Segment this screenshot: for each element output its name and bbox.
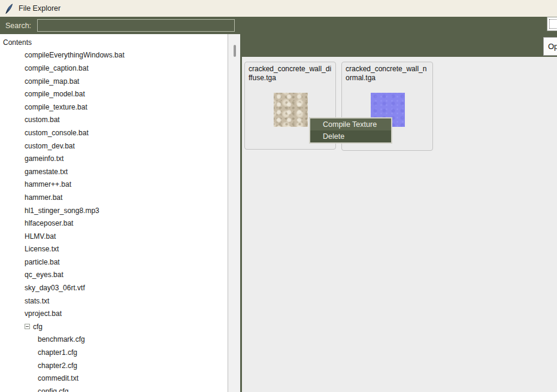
tree-item-stats-txt[interactable]: stats.txt [0, 294, 228, 308]
tree-item-label: commedit.txt [38, 374, 78, 382]
tree-item-label: sky_day03_06rt.vtf [25, 284, 85, 292]
tree-item-custom-dev-bat[interactable]: custom_dev.bat [0, 139, 228, 153]
tree-item-benchmark-cfg[interactable]: benchmark.cfg [0, 333, 228, 347]
tree-item-commedit-txt[interactable]: commedit.txt [0, 372, 228, 385]
tree-item-hl1-stinger-song8-mp3[interactable]: hl1_stinger_song8.mp3 [0, 204, 228, 217]
tree-item-label: stats.txt [25, 297, 49, 305]
tree-item-label: compile_map.bat [25, 77, 79, 86]
tree-item-label: compile_texture.bat [25, 103, 87, 111]
search-label: Search: [5, 22, 31, 30]
tree-item-hammer-bat[interactable]: hammer.bat [0, 191, 228, 204]
window-title: File Explorer [19, 4, 60, 13]
tree-item-chapter1-cfg[interactable]: chapter1.cfg [0, 346, 228, 359]
tree-item-label: benchmark.cfg [38, 335, 85, 344]
tree-item-label: particle.bat [25, 258, 60, 266]
search-toolbar: Search: [0, 17, 242, 34]
feather-app-icon [5, 4, 13, 14]
tree-item-label: License.txt [25, 245, 59, 253]
tree-item-vproject-bat[interactable]: vproject.bat [0, 307, 228, 320]
tree-item-label: custom_dev.bat [25, 142, 75, 150]
tree-item-compile-map-bat[interactable]: compile_map.bat [0, 75, 228, 88]
tree-item-compile-model-bat[interactable]: compile_model.bat [0, 87, 228, 101]
tree-item-label: hlfaceposer.bat [25, 219, 73, 227]
open-button[interactable]: Op [543, 37, 557, 56]
tree-item-label: gamestate.txt [25, 168, 68, 176]
tree-item-label: vproject.bat [25, 309, 62, 318]
tree-item-compileeverythingwindows-bat[interactable]: compileEverythingWindows.bat [0, 49, 228, 62]
tree-scrollbar-thumb[interactable] [234, 45, 236, 57]
tree-item-qc-eyes-bat[interactable]: qc_eyes.bat [0, 269, 228, 282]
tree-item-custom-console-bat[interactable]: custom_console.bat [0, 126, 228, 139]
tree-item-label: compile_caption.bat [25, 64, 89, 72]
file-grid: cracked_concrete_wall_diffuse.tgacracked… [242, 57, 557, 392]
tree-item-chapter2-cfg[interactable]: chapter2.cfg [0, 359, 228, 372]
context-menu-item-compile-texture[interactable]: Compile Texture [310, 118, 391, 130]
tree-item-label: custom.bat [25, 116, 60, 124]
tree-item-contents[interactable]: Contents [0, 36, 228, 49]
context-menu: Compile TextureDelete [309, 117, 392, 144]
tree-item-sky-day03-06rt-vtf[interactable]: sky_day03_06rt.vtf [0, 281, 228, 294]
tree-item-label: gameinfo.txt [25, 154, 63, 163]
tree-item-particle-bat[interactable]: particle.bat [0, 256, 228, 269]
tree-item-label: compileEverythingWindows.bat [25, 51, 125, 59]
tree-item-config-cfg[interactable]: config.cfg [0, 385, 228, 392]
tree-item-license-txt[interactable]: License.txt [0, 243, 228, 256]
file-name-label: cracked_concrete_wall_normal.tga [346, 65, 429, 83]
tree-item-custom-bat[interactable]: custom.bat [0, 114, 228, 127]
tree-item-label: qc_eyes.bat [25, 271, 63, 279]
diffuse-texture-thumbnail [274, 93, 308, 127]
tree-item-compile-caption-bat[interactable]: compile_caption.bat [0, 62, 228, 75]
tree-item-compile-texture-bat[interactable]: compile_texture.bat [0, 101, 228, 114]
tree-item-label: hammer.bat [25, 193, 62, 202]
context-menu-item-delete[interactable]: Delete [310, 130, 391, 142]
tree-item-label: Contents [3, 38, 32, 47]
tree-item-label: custom_console.bat [25, 129, 89, 137]
tree-item-gameinfo-txt[interactable]: gameinfo.txt [0, 152, 228, 165]
tree-item-label: compile_model.bat [25, 90, 85, 98]
search-input[interactable] [37, 19, 235, 32]
tree-item-label: hammer++.bat [25, 180, 71, 189]
collapse-minus-icon[interactable] [25, 324, 30, 329]
tree-item-label: hl1_stinger_song8.mp3 [25, 206, 99, 215]
tree-item-hammer-bat[interactable]: hammer++.bat [0, 178, 228, 192]
tree-item-label: chapter2.cfg [38, 361, 77, 370]
right-header: Op [240, 17, 557, 57]
titlebar: File Explorer [0, 0, 557, 17]
tree-item-gamestate-txt[interactable]: gamestate.txt [0, 165, 228, 178]
tree-item-cfg[interactable]: cfg [0, 320, 228, 333]
tree-item-label: config.cfg [38, 387, 68, 392]
tree-item-label: cfg [33, 323, 43, 331]
file-explorer-window: File Explorer Search: Op Contentscompile… [0, 0, 557, 392]
file-tree: ContentscompileEverythingWindows.batcomp… [0, 34, 228, 392]
tree-item-hlfaceposer-bat[interactable]: hlfaceposer.bat [0, 217, 228, 230]
tree-item-label: chapter1.cfg [38, 348, 77, 357]
file-name-label: cracked_concrete_wall_diffuse.tga [249, 65, 332, 83]
header-checkbox[interactable] [547, 17, 557, 31]
tree-item-label: HLMV.bat [25, 232, 56, 241]
tree-scrollbar[interactable] [228, 34, 240, 392]
tree-item-hlmv-bat[interactable]: HLMV.bat [0, 230, 228, 243]
